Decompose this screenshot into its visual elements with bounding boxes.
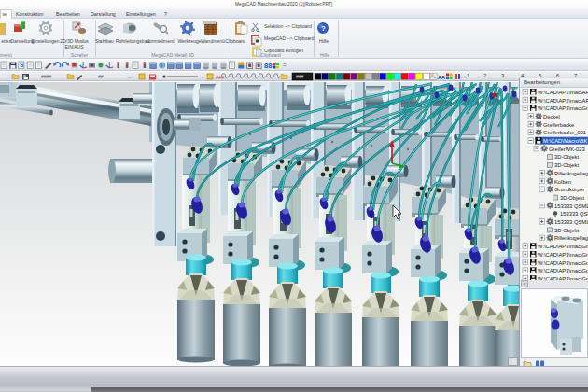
svg-text:####: #### [41,74,51,79]
svg-text:AA: AA [438,75,445,80]
svg-text:3D-Objekt: 3D-Objekt [554,162,579,168]
svg-text:Greiferbacke_001: Greiferbacke_001 [543,130,586,135]
svg-text:W:\CAD\AP3\mac\Greifer_: W:\CAD\AP3\mac\Greifer_ [538,244,588,249]
svg-text:Grundkörper: Grundkörper [554,187,585,192]
svg-text:-: - [129,75,131,80]
svg-text:-: - [202,75,203,80]
svg-text:GreiferWK-023: GreiferWK-023 [549,147,585,152]
svg-text:Rillenkugellager: Rillenkugellager [554,235,588,241]
svg-text:W:\CAD\AP3\mac\Greifer_: W:\CAD\AP3\mac\Greifer_ [538,252,588,258]
svg-text:153333 QSM: 153333 QSM [560,211,588,217]
svg-text:3D-Objekt: 3D-Objekt [554,228,579,233]
svg-text:W:\CAD\AP3\mac\Greifer_: W:\CAD\AP3\mac\Greifer_ [538,260,588,266]
svg-text:W:\CAD\AP3\mac\Greifer_: W:\CAD\AP3\mac\Greifer_ [538,268,588,273]
svg-text:=: = [283,62,287,68]
svg-text:###: ### [296,74,304,79]
svg-text:3D-Objekt: 3D-Objekt [560,195,584,201]
svg-text:W:\CAD\AP3\mac\Greifer.M: W:\CAD\AP3\mac\Greifer.M [538,105,588,111]
svg-text:W:\CAD\AP1\mac\AP1.MA: W:\CAD\AP1\mac\AP1.MA [538,90,588,95]
svg-text:Rillenkugellager: Rillenkugellager [554,171,588,176]
svg-text:Deckel: Deckel [543,114,560,119]
svg-text:153333 QSML-M: 153333 QSML-M [554,203,588,209]
svg-text:W:\CAD\AP2\mac\AP2.MA: W:\CAD\AP2\mac\AP2.MA [538,98,588,104]
svg-text:153333 QSML-M: 153333 QSML-M [554,219,588,225]
svg-text:3D-Objekt: 3D-Objekt [554,154,579,160]
svg-text:M:\CAD\Macro\BK13\: M:\CAD\Macro\BK13\ [543,138,588,144]
svg-text:?: ? [321,24,326,33]
svg-text:Greiferbacke: Greiferbacke [543,122,574,128]
svg-text:Kolben: Kolben [554,179,571,185]
svg-text:##: ## [98,74,104,79]
svg-text:88: 88 [264,62,272,70]
svg-text:S: S [20,62,24,68]
